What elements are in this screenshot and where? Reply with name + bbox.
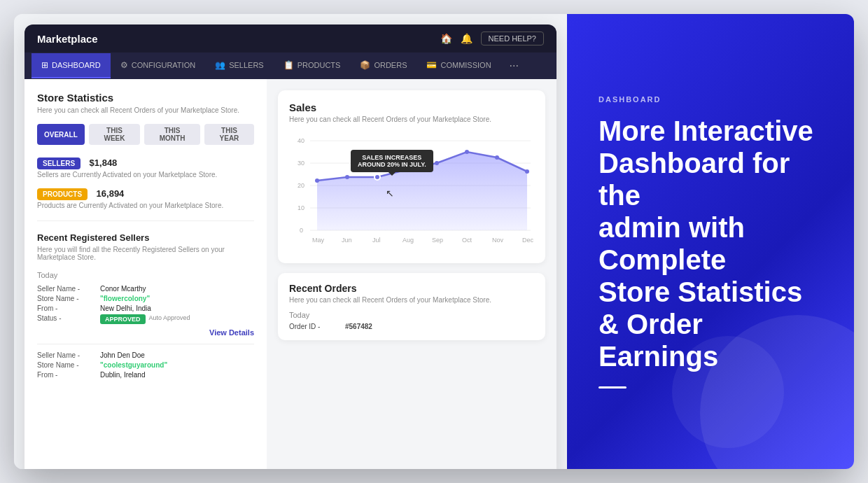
products-badge: PRODUCTS — [37, 188, 88, 200]
chart-tooltip: SALES INCREASESAROUND 20% IN JULY. — [351, 150, 433, 172]
seller1-view-details-link[interactable]: View Details — [37, 328, 254, 337]
headline-line5: Earnings — [598, 341, 718, 372]
dashboard-card: Marketplace 🏠 🔔 NEED HELP? ⊞ DASHBOARD ⚙ — [24, 24, 556, 469]
filter-tab-overall[interactable]: OVERALL — [37, 124, 85, 145]
seller1-store-label: Store Name - — [37, 295, 100, 302]
right-content-panel: Sales Here you can check all Recent Orde… — [267, 79, 556, 469]
order-id-row: Order ID - #567482 — [289, 323, 534, 330]
svg-text:Aug: Aug — [402, 237, 414, 244]
nav-item-sellers[interactable]: 👥 SELLERS — [205, 53, 274, 78]
svg-point-15 — [435, 161, 439, 165]
seller2-name-row: Seller Name - John Den Doe — [37, 351, 254, 359]
svg-text:40: 40 — [298, 137, 304, 144]
seller1-status-row: Status - APPROVED Auto Approved — [37, 314, 254, 324]
products-nav-icon: 📋 — [284, 60, 294, 70]
products-stat-desc: Products are Currently Activated on your… — [37, 202, 254, 209]
home-icon[interactable]: 🏠 — [440, 33, 452, 44]
seller2-name-value: John Den Doe — [100, 351, 145, 359]
store-stats-desc: Here you can check all Recent Orders of … — [37, 106, 254, 114]
svg-text:30: 30 — [298, 160, 304, 167]
svg-point-16 — [465, 150, 469, 154]
navbar-right: 🏠 🔔 NEED HELP? — [440, 31, 544, 46]
main-container: Marketplace 🏠 🔔 NEED HELP? ⊞ DASHBOARD ⚙ — [14, 14, 854, 469]
store-stats-title: Store Statistics — [37, 92, 254, 104]
sellers-stat-value: $1,848 — [90, 158, 118, 168]
seller2-store-value[interactable]: "coolestguyaround" — [100, 361, 167, 369]
seller1-from-value: New Delhi, India — [100, 304, 151, 312]
left-panel: Marketplace 🏠 🔔 NEED HELP? ⊞ DASHBOARD ⚙ — [14, 14, 567, 469]
panel-headline: More Interactive Dashboard for the admin… — [598, 115, 822, 372]
seller2-name-label: Seller Name - — [37, 351, 100, 359]
sellers-stat-desc: Sellers are Currently Activated on your … — [37, 171, 254, 178]
svg-text:Dec: Dec — [522, 237, 534, 244]
commission-nav-icon: 💳 — [426, 60, 437, 70]
nav-item-configuration[interactable]: ⚙ CONFIGURATION — [111, 53, 205, 78]
sales-chart-svg: 40 30 20 10 0 — [289, 130, 534, 249]
filter-tabs: OVERALL THIS WEEK THIS MONTH THIS YEAR — [37, 124, 254, 145]
nav-item-dashboard[interactable]: ⊞ DASHBOARD — [31, 53, 111, 78]
order-id-value: #567482 — [345, 323, 372, 330]
seller1-approved-badge: APPROVED — [100, 314, 146, 324]
svg-text:0: 0 — [300, 227, 303, 234]
seller2-from-label: From - — [37, 371, 100, 379]
sellers-stat-row: SELLERS $1,848 Sellers are Currently Act… — [37, 156, 254, 178]
right-panel: DASHBOARD More Interactive Dashboard for… — [567, 14, 854, 469]
seller1-auto-text: Auto Approved — [149, 314, 190, 324]
headline-line2: Dashboard for the — [598, 148, 790, 211]
dashboard-nav-icon: ⊞ — [41, 60, 48, 70]
filter-tab-year[interactable]: THIS YEAR — [204, 124, 254, 145]
orders-nav-icon: 📦 — [360, 60, 370, 70]
nav-item-products[interactable]: 📋 PRODUCTS — [274, 53, 351, 78]
seller1-from-label: From - — [37, 304, 100, 312]
need-help-button[interactable]: NEED HELP? — [481, 31, 544, 46]
svg-text:Oct: Oct — [462, 237, 472, 244]
panel-eyebrow: DASHBOARD — [598, 95, 822, 104]
headline-line4: Store Statistics & Order — [598, 276, 802, 340]
orders-desc: Here you can check all Recent Orders of … — [289, 296, 534, 304]
recent-orders-card: Recent Orders Here you can check all Rec… — [278, 273, 545, 340]
seller2-from-row: From - Dublin, Ireland — [37, 371, 254, 379]
orders-today-label: Today — [289, 311, 534, 319]
svg-text:May: May — [312, 237, 325, 244]
seller-separator — [37, 344, 254, 344]
sub-navbar: ⊞ DASHBOARD ⚙ CONFIGURATION 👥 SELLERS 📋 … — [24, 52, 556, 79]
svg-point-12 — [345, 175, 349, 179]
seller1-store-value[interactable]: "flowercolony" — [100, 295, 150, 302]
order-id-label: Order ID - — [289, 323, 345, 330]
filter-tab-week[interactable]: THIS WEEK — [89, 124, 140, 145]
bell-icon[interactable]: 🔔 — [461, 33, 472, 44]
left-content-panel: Store Statistics Here you can check all … — [24, 79, 267, 469]
sales-chart-desc: Here you can check all Recent Orders of … — [289, 115, 534, 123]
sales-chart-area: 40 30 20 10 0 — [289, 130, 534, 252]
products-stat-value: 16,894 — [97, 188, 125, 199]
svg-point-13 — [374, 174, 380, 180]
seller2-store-label: Store Name - — [37, 361, 100, 369]
outer-wrapper: Marketplace 🏠 🔔 NEED HELP? ⊞ DASHBOARD ⚙ — [0, 0, 868, 483]
top-navbar: Marketplace 🏠 🔔 NEED HELP? — [24, 24, 556, 52]
products-stat-row: PRODUCTS 16,894 Products are Currently A… — [37, 187, 254, 209]
nav-more-button[interactable]: ··· — [501, 52, 527, 79]
nav-item-commission[interactable]: 💳 COMMISSION — [416, 53, 500, 78]
seller1-store-row: Store Name - "flowercolony" — [37, 295, 254, 302]
recent-sellers-section: Recent Registered Sellers Here you will … — [37, 232, 254, 379]
svg-text:Nov: Nov — [492, 237, 504, 244]
svg-text:Jul: Jul — [372, 237, 381, 244]
dashboard-body: Store Statistics Here you can check all … — [24, 79, 556, 469]
section-divider-1 — [37, 220, 254, 221]
sellers-nav-icon: 👥 — [215, 60, 225, 70]
svg-text:Sep: Sep — [432, 237, 443, 244]
recent-sellers-title: Recent Registered Sellers — [37, 232, 254, 243]
filter-tab-month[interactable]: THIS MONTH — [144, 124, 200, 145]
store-statistics-section: Store Statistics Here you can check all … — [37, 92, 254, 209]
sales-chart-title: Sales — [289, 102, 534, 113]
navbar-brand: Marketplace — [37, 33, 98, 45]
svg-point-18 — [525, 169, 529, 174]
seller1-name-value: Conor Mcarthy — [100, 285, 146, 293]
recent-sellers-desc: Here you will find all the Recently Regi… — [37, 246, 254, 261]
seller1-from-row: From - New Delhi, India — [37, 304, 254, 312]
svg-text:Jun: Jun — [342, 237, 352, 244]
headline-line3: admin with Complete — [598, 212, 745, 275]
svg-text:10: 10 — [298, 204, 304, 211]
nav-item-orders[interactable]: 📦 ORDERS — [350, 53, 416, 78]
seller1-name-row: Seller Name - Conor Mcarthy — [37, 285, 254, 293]
